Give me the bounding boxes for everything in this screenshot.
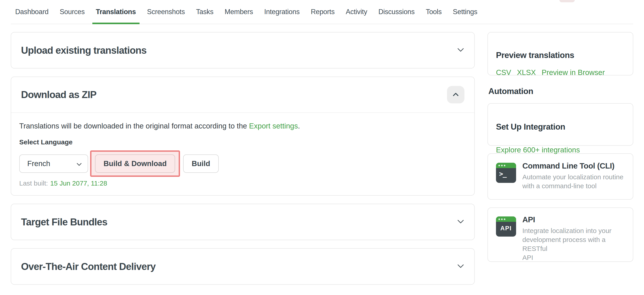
download-zip-title: Download as ZIP — [21, 89, 96, 100]
api-description-line: development process with a RESTful — [522, 235, 625, 253]
last-built-status: Last built:15 Jun 2077, 11:28 — [19, 179, 465, 187]
nav-item-integrations[interactable]: Integrations — [264, 0, 300, 24]
automation-heading: Automation — [488, 87, 633, 96]
preview-links-row: CSV XLSX Preview in Browser — [496, 68, 625, 77]
ota-content-delivery-title: Over-The-Air Content Delivery — [21, 261, 156, 272]
explore-integrations-link[interactable]: Explore 600+ integrations — [496, 146, 580, 154]
upload-card-title: Upload existing translations — [21, 45, 146, 56]
nav-item-translations[interactable]: Translations — [96, 0, 136, 24]
preview-translations-title: Preview translations — [496, 51, 625, 60]
cli-promo-card[interactable]: >_ Command Line Tool (CLI) Automate your… — [488, 153, 633, 200]
nav-item-dashboard[interactable]: Dashboard — [15, 0, 48, 24]
main-content: Upload existing translations Download as… — [11, 32, 475, 293]
nav-item-reports[interactable]: Reports — [311, 0, 334, 24]
window-dot-icon — [501, 218, 503, 220]
cli-description: Automate your localization routine with … — [522, 173, 624, 190]
download-zip-card: Download as ZIP Translations will be dow… — [11, 77, 475, 196]
preview-translations-card: Preview translations CSV XLSX Preview in… — [488, 32, 633, 75]
download-zip-header[interactable]: Download as ZIP — [11, 77, 474, 113]
window-dot-icon — [498, 165, 500, 166]
export-settings-link[interactable]: Export settings — [249, 122, 298, 130]
build-button[interactable]: Build — [183, 154, 218, 173]
collapse-section-button[interactable] — [447, 86, 464, 103]
chevron-down-icon[interactable] — [457, 48, 464, 53]
nav-item-screenshots[interactable]: Screenshots — [147, 0, 185, 24]
chevron-down-icon[interactable] — [457, 219, 464, 225]
description-text: Translations will be downloaded in the o… — [19, 122, 249, 130]
nav-item-members[interactable]: Members — [224, 0, 253, 24]
language-select-value: French — [27, 159, 50, 168]
api-icon-titlebar — [496, 216, 516, 222]
set-up-integration-card: Set Up Integration Explore 600+ integrat… — [488, 103, 633, 146]
nav-item-tasks[interactable]: Tasks — [196, 0, 214, 24]
target-file-bundles-title: Target File Bundles — [21, 216, 107, 228]
description-period: . — [298, 122, 300, 130]
target-file-bundles-card[interactable]: Target File Bundles — [11, 204, 475, 240]
nav-item-activity[interactable]: Activity — [346, 0, 367, 24]
preview-in-browser-link[interactable]: Preview in Browser — [542, 68, 605, 77]
api-title: API — [522, 215, 625, 224]
api-icon-label: API — [496, 225, 516, 232]
api-description: Integrate localization into your develop… — [522, 226, 625, 262]
last-built-label: Last built: — [19, 179, 48, 187]
chevron-up-icon — [452, 92, 459, 97]
right-sidebar: Preview translations CSV XLSX Preview in… — [488, 32, 633, 262]
api-description-line: API — [522, 253, 625, 262]
top-nav: Dashboard Sources Translations Screensho… — [11, 0, 633, 24]
chevron-down-icon[interactable] — [457, 264, 464, 269]
api-description-line: Integrate localization into your — [522, 226, 625, 235]
language-select[interactable]: French — [19, 154, 88, 173]
highlight-annotation-box: Build & Download — [90, 150, 180, 177]
nav-item-tools[interactable]: Tools — [426, 0, 442, 24]
terminal-icon: >_ — [496, 163, 516, 183]
download-zip-body: Translations will be downloaded in the o… — [11, 121, 474, 195]
upload-translations-card[interactable]: Upload existing translations — [11, 32, 475, 69]
api-promo-text: API Integrate localization into your dev… — [522, 215, 625, 262]
xlsx-link[interactable]: XLSX — [517, 68, 536, 77]
nav-item-settings[interactable]: Settings — [453, 0, 478, 24]
cli-title: Command Line Tool (CLI) — [522, 161, 624, 170]
window-dot-icon — [504, 218, 505, 220]
cli-promo-text: Command Line Tool (CLI) Automate your lo… — [522, 161, 624, 190]
nav-item-discussions[interactable]: Discussions — [378, 0, 414, 24]
window-dot-icon — [504, 165, 505, 166]
terminal-prompt-glyph: >_ — [499, 170, 516, 178]
window-dot-icon — [501, 165, 503, 166]
nav-item-sources[interactable]: Sources — [60, 0, 85, 24]
cli-description-line: with a command-line tool — [522, 181, 624, 190]
chevron-down-icon — [76, 159, 82, 168]
select-language-label: Select Language — [19, 138, 465, 146]
cli-description-line: Automate your localization routine — [522, 173, 624, 181]
csv-link[interactable]: CSV — [496, 68, 511, 77]
build-and-download-button[interactable]: Build & Download — [95, 154, 175, 173]
window-dot-icon — [498, 218, 500, 220]
api-window-icon: API — [496, 216, 516, 237]
api-promo-card[interactable]: API API Integrate localization into your… — [488, 207, 633, 262]
ota-content-delivery-card[interactable]: Over-The-Air Content Delivery — [11, 248, 475, 285]
last-built-value: 15 Jun 2077, 11:28 — [50, 179, 107, 187]
download-description: Translations will be downloaded in the o… — [19, 121, 465, 131]
set-up-integration-title: Set Up Integration — [496, 122, 625, 132]
terminal-icon-titlebar — [496, 163, 516, 168]
build-controls-row: French Build & Download Build — [19, 150, 465, 177]
